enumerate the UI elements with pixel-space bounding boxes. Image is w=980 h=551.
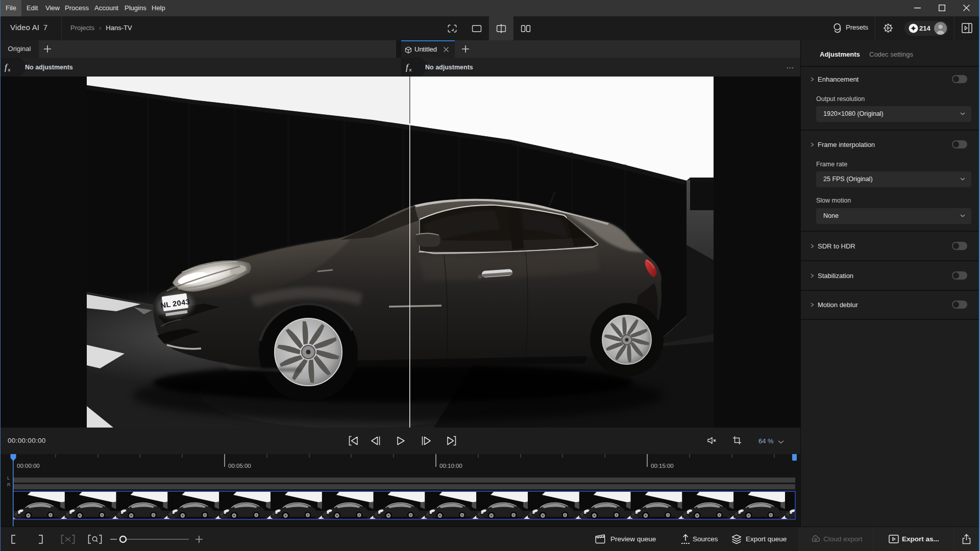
svg-text:00:15:00: 00:15:00 — [651, 463, 674, 469]
svg-text:x: x — [409, 67, 412, 72]
svg-text:00:05:00: 00:05:00 — [228, 463, 251, 469]
svg-text:00:00:00: 00:00:00 — [17, 463, 40, 469]
svg-text:R: R — [7, 482, 11, 487]
svg-text:L: L — [7, 475, 10, 481]
svg-text:00:10:00: 00:10:00 — [439, 463, 462, 469]
svg-text:x: x — [8, 67, 11, 72]
